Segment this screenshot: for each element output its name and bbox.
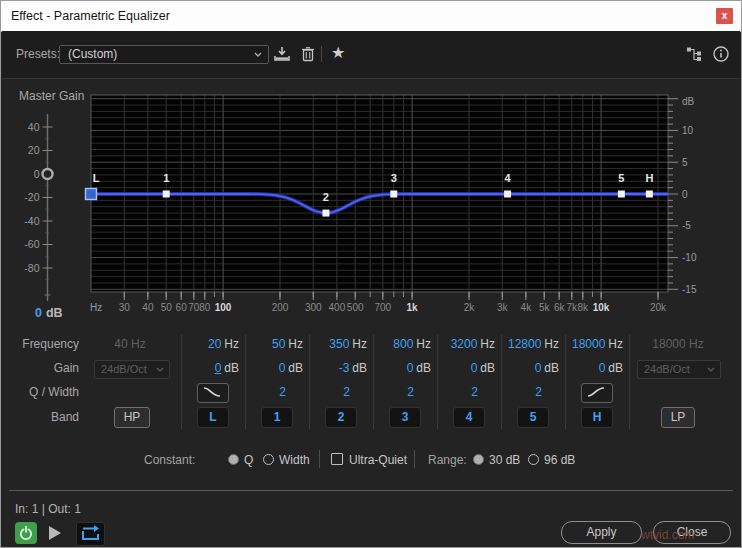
eq-graph-svg[interactable]: Hz3040506070801002003004005007001k2k3k4k… — [1, 81, 742, 321]
high-shelf-icon-button[interactable] — [581, 383, 613, 403]
band-2-gain[interactable]: -3dB — [309, 361, 367, 375]
close-window-button[interactable]: x — [716, 8, 733, 24]
chevron-down-icon — [707, 367, 715, 372]
band-4-handle[interactable] — [504, 191, 511, 198]
band-2-handle[interactable] — [322, 210, 329, 217]
svg-text:5k: 5k — [539, 302, 551, 313]
svg-text:5: 5 — [682, 157, 688, 168]
band-3-q-value[interactable]: 2 — [373, 385, 414, 399]
row-label-frequency: Frequency — [5, 337, 79, 351]
low-shelf-curve-icon — [198, 384, 226, 400]
row-label-band: Band — [5, 410, 79, 424]
band-5-frequency[interactable]: 12800Hz — [501, 337, 559, 351]
chevron-down-icon — [254, 52, 262, 57]
band-2-graph-label: 2 — [323, 191, 329, 203]
loop-icon — [77, 523, 104, 545]
band-3-gain[interactable]: 0dB — [373, 361, 431, 375]
band-L-gain[interactable]: 0dB — [181, 361, 239, 375]
channel-routing-icon[interactable] — [686, 45, 704, 63]
lp-slope-dropdown: 24dB/Oct — [637, 360, 721, 379]
band-L-button[interactable]: L — [197, 407, 229, 428]
chevron-down-icon — [156, 367, 164, 372]
ultra-quiet-label[interactable]: Ultra-Quiet — [349, 453, 407, 467]
constant-width-radio[interactable] — [263, 454, 274, 465]
save-preset-icon[interactable] — [273, 45, 291, 63]
band-1-handle[interactable] — [163, 191, 170, 198]
dialog-title: Effect - Parametric Equalizer — [11, 9, 170, 23]
svg-text:400: 400 — [329, 302, 346, 313]
effect-info-icon[interactable] — [712, 45, 730, 63]
options-separator-2 — [414, 450, 415, 468]
constant-q-radio[interactable] — [228, 454, 239, 465]
band-L-frequency[interactable]: 20Hz — [181, 337, 239, 351]
band-3-button[interactable]: 3 — [389, 407, 421, 428]
band-L-handle[interactable] — [86, 189, 97, 200]
range-30db-radio[interactable] — [473, 454, 484, 465]
band-H-handle[interactable] — [646, 191, 653, 198]
band-5-graph-label: 5 — [618, 172, 624, 184]
band-1-button[interactable]: 1 — [261, 407, 293, 428]
band-3-handle[interactable] — [390, 191, 397, 198]
svg-text:70: 70 — [188, 302, 200, 313]
band-H-button[interactable]: H — [581, 407, 613, 428]
band-1-gain[interactable]: 0dB — [245, 361, 303, 375]
loop-playback-button[interactable] — [76, 522, 105, 546]
power-icon — [15, 522, 37, 544]
low-shelf-icon-button[interactable] — [197, 383, 229, 403]
favorite-star-icon[interactable]: ★ — [331, 44, 349, 62]
svg-text:4k: 4k — [521, 302, 533, 313]
constant-q-label[interactable]: Q — [244, 453, 253, 467]
svg-text:40: 40 — [142, 302, 154, 313]
svg-text:-10: -10 — [682, 252, 697, 263]
svg-text:10: 10 — [682, 125, 694, 136]
range-96db-label[interactable]: 96 dB — [544, 453, 575, 467]
hp-frequency-value: 40 Hz — [90, 337, 170, 351]
footer-divider — [9, 490, 733, 491]
io-status: In: 1 | Out: 1 — [15, 502, 81, 516]
band-H-frequency[interactable]: 18000Hz — [565, 337, 623, 351]
band-1-q-value[interactable]: 2 — [245, 385, 286, 399]
effect-dialog: Effect - Parametric Equalizer x Presets:… — [0, 0, 742, 548]
svg-text:6k: 6k — [554, 302, 566, 313]
band-5-handle[interactable] — [618, 191, 625, 198]
band-2-frequency[interactable]: 350Hz — [309, 337, 367, 351]
row-label-gain: Gain — [5, 361, 79, 375]
band-2-q-value[interactable]: 2 — [309, 385, 350, 399]
lp-band-button[interactable]: LP — [661, 407, 695, 428]
band-1-frequency[interactable]: 50Hz — [245, 337, 303, 351]
preset-dropdown-value: (Custom) — [68, 47, 117, 61]
svg-text:30: 30 — [119, 302, 131, 313]
constant-width-label[interactable]: Width — [279, 453, 310, 467]
range-30db-label[interactable]: 30 dB — [489, 453, 520, 467]
title-bar[interactable]: Effect - Parametric Equalizer x — [1, 1, 741, 32]
band-3-frequency[interactable]: 800Hz — [373, 337, 431, 351]
svg-text:-15: -15 — [682, 284, 697, 295]
band-4-frequency[interactable]: 3200Hz — [437, 337, 495, 351]
hp-slope-dropdown: 24dB/Oct — [94, 360, 170, 379]
band-4-q-value[interactable]: 2 — [437, 385, 478, 399]
ultra-quiet-checkbox[interactable] — [331, 453, 343, 465]
svg-text:1k: 1k — [407, 302, 419, 313]
svg-text:200: 200 — [272, 302, 289, 313]
apply-button[interactable]: Apply — [561, 521, 642, 544]
band-5-q-value[interactable]: 2 — [501, 385, 542, 399]
delete-preset-icon[interactable] — [299, 45, 317, 63]
range-96db-radio[interactable] — [528, 454, 539, 465]
svg-text:80: 80 — [199, 302, 211, 313]
band-4-button[interactable]: 4 — [453, 407, 485, 428]
hp-band-button[interactable]: HP — [114, 407, 150, 428]
preview-play-button[interactable] — [49, 526, 61, 540]
band-H-gain[interactable]: 0dB — [565, 361, 623, 375]
band-5-gain[interactable]: 0dB — [501, 361, 559, 375]
svg-text:300: 300 — [305, 302, 322, 313]
band-5-button[interactable]: 5 — [517, 407, 549, 428]
presets-label: Presets: — [16, 47, 60, 61]
svg-text:2k: 2k — [464, 302, 476, 313]
effect-power-toggle[interactable] — [15, 522, 37, 544]
band-4-gain[interactable]: 0dB — [437, 361, 495, 375]
svg-text:7k: 7k — [567, 302, 579, 313]
band-3-graph-label: 3 — [391, 172, 397, 184]
preset-dropdown[interactable]: (Custom) — [59, 45, 269, 64]
band-2-button[interactable]: 2 — [325, 407, 357, 428]
options-separator — [319, 450, 320, 468]
